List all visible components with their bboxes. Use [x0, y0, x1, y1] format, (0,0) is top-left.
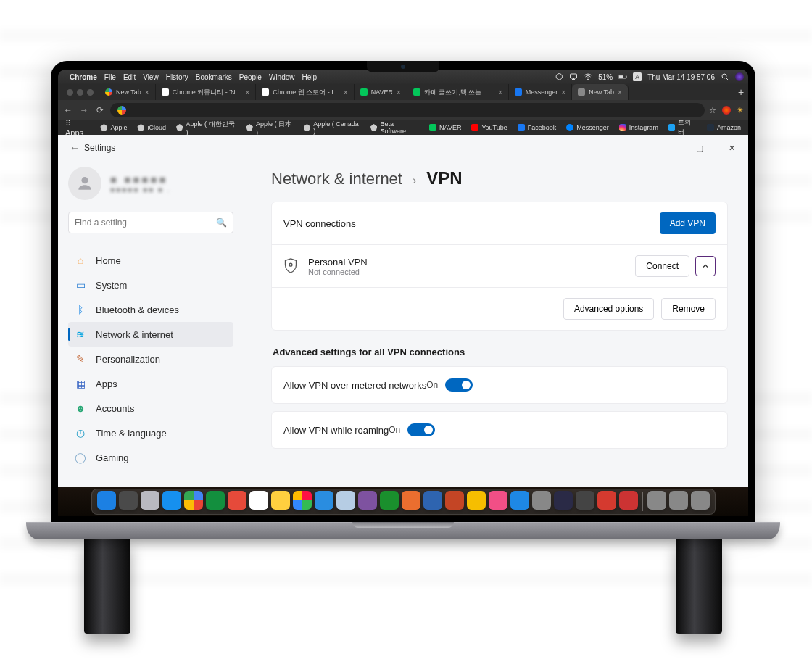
dock-app-icon[interactable] — [97, 491, 116, 510]
bookmark-item[interactable]: YouTube — [471, 124, 507, 131]
menu-file[interactable]: File — [104, 73, 116, 81]
extension-icon[interactable] — [722, 106, 731, 115]
bookmark-item[interactable]: Apple — [100, 124, 127, 131]
bookmark-item[interactable]: Apple ( 대한민국 ) — [176, 120, 236, 136]
bookmark-item[interactable]: Facebook — [518, 124, 557, 131]
dock-app-icon[interactable] — [597, 491, 616, 510]
tab-close-icon[interactable]: × — [245, 88, 249, 96]
tab-close-icon[interactable]: × — [344, 88, 348, 96]
wifi-status-icon[interactable] — [584, 72, 592, 81]
vpn-connect-button[interactable]: Connect — [635, 255, 689, 277]
browser-tab[interactable]: New Tab × — [99, 84, 156, 100]
menu-history[interactable]: History — [166, 73, 188, 81]
menu-people[interactable]: People — [239, 73, 262, 81]
browser-tab[interactable]: Messenger × — [509, 84, 572, 100]
tab-close-icon[interactable]: × — [145, 88, 149, 96]
dock-app-icon[interactable] — [691, 491, 710, 510]
browser-tab[interactable]: NAVER × — [355, 84, 407, 100]
sidebar-item-home[interactable]: ⌂ Home — [68, 248, 233, 273]
dock-app-icon[interactable] — [532, 491, 551, 510]
dock-app-icon[interactable] — [554, 491, 573, 510]
sidebar-item-personalization[interactable]: ✎ Personalization — [68, 347, 233, 371]
dock-app-icon[interactable] — [647, 491, 666, 510]
browser-tab[interactable]: New Tab × — [572, 84, 629, 100]
tab-close-icon[interactable]: × — [498, 88, 502, 96]
advanced-options-button[interactable]: Advanced options — [563, 298, 654, 320]
menu-bookmarks[interactable]: Bookmarks — [196, 73, 232, 81]
dock-app-icon[interactable] — [206, 491, 225, 510]
settings-search[interactable]: 🔍 — [68, 212, 233, 233]
dock-app-icon[interactable] — [576, 491, 594, 510]
dock-app-icon[interactable] — [358, 491, 377, 510]
window-traffic-lights[interactable] — [61, 89, 99, 96]
bookmark-star-icon[interactable]: ☆ — [709, 106, 716, 115]
dock-app-icon[interactable] — [489, 491, 508, 510]
window-maximize-button[interactable]: ▢ — [690, 144, 709, 153]
dock-app-icon[interactable] — [141, 491, 160, 510]
airplay-status-icon[interactable] — [569, 72, 578, 81]
bookmark-item[interactable]: Apple ( Canada ) — [304, 120, 360, 135]
dock-app-icon[interactable] — [271, 491, 290, 510]
spotlight-icon[interactable] — [721, 72, 729, 81]
bookmark-item[interactable]: Apple ( 日本 ) — [246, 120, 293, 136]
dock-app-icon[interactable] — [336, 491, 355, 510]
menu-edit[interactable]: Edit — [123, 73, 136, 81]
dock-app-icon[interactable] — [510, 491, 529, 510]
browser-tab[interactable]: 카페 글쓰기,맥 쓰는 사람… × — [407, 84, 509, 100]
sidebar-item-apps[interactable]: ▦ Apps — [68, 371, 233, 396]
dock-app-icon[interactable] — [380, 491, 399, 510]
settings-back-button[interactable]: ← — [65, 142, 84, 154]
dock-app-icon[interactable] — [669, 491, 688, 510]
dock-app-icon[interactable] — [184, 491, 203, 510]
bookmark-item[interactable]: Messenger — [566, 124, 609, 131]
menu-help[interactable]: Help — [302, 73, 318, 81]
siri-icon[interactable] — [735, 72, 744, 81]
bookmark-item[interactable]: Beta Software — [370, 120, 419, 135]
new-tab-button[interactable]: + — [734, 86, 748, 98]
dock-app-icon[interactable] — [293, 491, 312, 510]
remove-vpn-button[interactable]: Remove — [661, 298, 716, 320]
sidebar-item-system[interactable]: ▭ System — [68, 273, 233, 297]
breadcrumb-parent[interactable]: Network & internet — [271, 170, 402, 188]
bookmark-item[interactable]: iCloud — [137, 124, 166, 131]
dock-app-icon[interactable] — [619, 491, 638, 510]
bookmark-item[interactable]: Amazon — [707, 124, 741, 131]
add-vpn-button[interactable]: Add VPN — [660, 212, 716, 234]
input-source-icon[interactable]: A — [633, 72, 642, 81]
tab-close-icon[interactable]: × — [618, 88, 622, 96]
tab-close-icon[interactable]: × — [397, 88, 401, 96]
window-close-button[interactable]: ✕ — [722, 144, 741, 153]
browser-tab[interactable]: Chrome 커뮤니티 - 'N… × — [156, 84, 257, 100]
active-app-name[interactable]: Chrome — [70, 73, 97, 81]
dock-app-icon[interactable] — [249, 491, 268, 510]
window-minimize-button[interactable]: — — [658, 144, 677, 153]
forward-button[interactable]: → — [78, 105, 90, 115]
collapse-chevron-button[interactable] — [695, 256, 716, 276]
dock-app-icon[interactable] — [162, 491, 181, 510]
sidebar-item-time-language[interactable]: ◴ Time & language — [68, 420, 233, 445]
browser-tab[interactable]: Chrome 웹 스토어 - I… × — [256, 84, 354, 100]
settings-search-input[interactable] — [75, 218, 216, 228]
dock-app-icon[interactable] — [423, 491, 442, 510]
dock-app-icon[interactable] — [445, 491, 464, 510]
user-profile[interactable]: ■ ■■■■■ ■■■■■ ■■ ■ . — [68, 164, 233, 212]
sidebar-item-bluetooth-devices[interactable]: ᛒ Bluetooth & devices — [68, 297, 233, 322]
chat-status-icon[interactable] — [555, 72, 563, 81]
back-button[interactable]: ← — [62, 105, 74, 115]
extension-icon-2[interactable]: ✴ — [737, 105, 744, 115]
menu-view[interactable]: View — [143, 73, 159, 81]
sidebar-item-network-internet[interactable]: ≋ Network & internet — [68, 322, 233, 347]
dock-app-icon[interactable] — [467, 491, 486, 510]
apps-shortcut[interactable]: ⠿ Apps — [65, 119, 90, 137]
sidebar-item-gaming[interactable]: ◯ Gaming — [68, 445, 233, 470]
roaming-toggle[interactable] — [407, 423, 435, 436]
tab-close-icon[interactable]: × — [561, 88, 566, 96]
dock-app-icon[interactable] — [119, 491, 138, 510]
address-bar[interactable] — [110, 103, 705, 117]
bookmark-item[interactable]: Instagram — [619, 124, 658, 131]
menubar-clock[interactable]: Thu Mar 14 19 57 06 — [647, 73, 715, 81]
dock-app-icon[interactable] — [402, 491, 420, 510]
dock-app-icon[interactable] — [315, 491, 334, 510]
reload-button[interactable]: ⟳ — [94, 105, 106, 115]
bookmark-item[interactable]: NAVER — [429, 124, 461, 131]
